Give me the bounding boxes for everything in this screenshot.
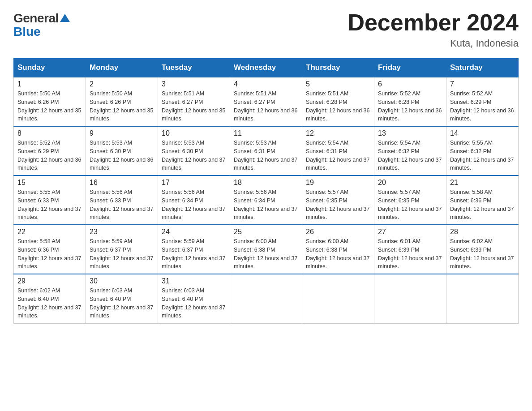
day-number: 13 — [378, 129, 442, 137]
day-info: Sunrise: 6:02 AMSunset: 6:39 PMDaylight:… — [450, 237, 515, 271]
day-info: Sunrise: 5:58 AMSunset: 6:36 PMDaylight:… — [17, 237, 82, 271]
day-number: 26 — [306, 228, 370, 236]
calendar-week-row: 22 Sunrise: 5:58 AMSunset: 6:36 PMDaylig… — [14, 225, 519, 274]
calendar-cell: 19 Sunrise: 5:57 AMSunset: 6:35 PMDaylig… — [302, 176, 374, 225]
svg-marker-0 — [60, 14, 70, 22]
calendar-cell: 17 Sunrise: 5:56 AMSunset: 6:34 PMDaylig… — [158, 176, 230, 225]
calendar-cell: 7 Sunrise: 5:52 AMSunset: 6:29 PMDayligh… — [446, 77, 519, 126]
calendar-cell — [230, 274, 302, 323]
calendar-header-row: SundayMondayTuesdayWednesdayThursdayFrid… — [14, 59, 519, 77]
day-info: Sunrise: 5:59 AMSunset: 6:37 PMDaylight:… — [162, 237, 226, 271]
day-number: 7 — [450, 80, 515, 88]
day-info: Sunrise: 5:53 AMSunset: 6:31 PMDaylight:… — [234, 139, 298, 172]
calendar-cell: 15 Sunrise: 5:55 AMSunset: 6:33 PMDaylig… — [14, 176, 86, 225]
calendar-cell: 14 Sunrise: 5:55 AMSunset: 6:32 PMDaylig… — [446, 126, 519, 176]
day-info: Sunrise: 5:50 AMSunset: 6:26 PMDaylight:… — [17, 90, 82, 123]
day-number: 5 — [306, 80, 370, 88]
column-header-monday: Monday — [86, 59, 158, 77]
calendar-week-row: 1 Sunrise: 5:50 AMSunset: 6:26 PMDayligh… — [14, 77, 519, 126]
day-info: Sunrise: 5:53 AMSunset: 6:30 PMDaylight:… — [162, 139, 226, 172]
day-info: Sunrise: 6:00 AMSunset: 6:38 PMDaylight:… — [306, 237, 370, 271]
title-block: December 2024 Kuta, Indonesia — [348, 9, 519, 49]
day-info: Sunrise: 5:56 AMSunset: 6:34 PMDaylight:… — [162, 188, 226, 222]
day-info: Sunrise: 5:53 AMSunset: 6:30 PMDaylight:… — [90, 139, 154, 172]
day-number: 20 — [378, 179, 442, 187]
calendar-cell — [374, 274, 446, 323]
day-number: 12 — [306, 129, 370, 137]
day-number: 14 — [450, 129, 515, 137]
day-info: Sunrise: 5:57 AMSunset: 6:35 PMDaylight:… — [378, 188, 442, 222]
calendar-cell: 23 Sunrise: 5:59 AMSunset: 6:37 PMDaylig… — [86, 225, 158, 274]
calendar-cell — [446, 274, 519, 323]
logo-arrow-icon — [60, 14, 70, 24]
calendar-table: SundayMondayTuesdayWednesdayThursdayFrid… — [13, 58, 519, 324]
day-number: 8 — [17, 129, 82, 137]
calendar-cell: 18 Sunrise: 5:56 AMSunset: 6:34 PMDaylig… — [230, 176, 302, 225]
day-number: 25 — [234, 228, 298, 236]
day-info: Sunrise: 6:03 AMSunset: 6:40 PMDaylight:… — [90, 287, 154, 320]
column-header-thursday: Thursday — [302, 59, 374, 77]
day-info: Sunrise: 5:56 AMSunset: 6:33 PMDaylight:… — [90, 188, 154, 222]
column-header-tuesday: Tuesday — [158, 59, 230, 77]
day-number: 21 — [450, 179, 515, 187]
logo: General Blue — [13, 9, 70, 39]
logo-general-text: General — [13, 11, 59, 26]
calendar-cell: 25 Sunrise: 6:00 AMSunset: 6:38 PMDaylig… — [230, 225, 302, 274]
day-number: 30 — [90, 277, 154, 285]
day-number: 24 — [162, 228, 226, 236]
page-header: General Blue December 2024 Kuta, Indones… — [13, 9, 519, 49]
day-info: Sunrise: 5:57 AMSunset: 6:35 PMDaylight:… — [306, 188, 370, 222]
day-info: Sunrise: 5:52 AMSunset: 6:29 PMDaylight:… — [17, 139, 82, 172]
calendar-week-row: 8 Sunrise: 5:52 AMSunset: 6:29 PMDayligh… — [14, 126, 519, 176]
calendar-cell: 29 Sunrise: 6:02 AMSunset: 6:40 PMDaylig… — [14, 274, 86, 323]
day-info: Sunrise: 5:59 AMSunset: 6:37 PMDaylight:… — [90, 237, 154, 271]
calendar-body: 1 Sunrise: 5:50 AMSunset: 6:26 PMDayligh… — [14, 77, 519, 323]
calendar-cell: 2 Sunrise: 5:50 AMSunset: 6:26 PMDayligh… — [86, 77, 158, 126]
column-header-friday: Friday — [374, 59, 446, 77]
day-number: 4 — [234, 80, 298, 88]
calendar-cell: 31 Sunrise: 6:03 AMSunset: 6:40 PMDaylig… — [158, 274, 230, 323]
day-number: 2 — [90, 80, 154, 88]
day-info: Sunrise: 6:03 AMSunset: 6:40 PMDaylight:… — [162, 287, 226, 320]
day-info: Sunrise: 6:01 AMSunset: 6:39 PMDaylight:… — [378, 237, 442, 271]
day-info: Sunrise: 5:52 AMSunset: 6:28 PMDaylight:… — [378, 90, 442, 123]
column-header-wednesday: Wednesday — [230, 59, 302, 77]
calendar-cell: 4 Sunrise: 5:51 AMSunset: 6:27 PMDayligh… — [230, 77, 302, 126]
day-number: 22 — [17, 228, 82, 236]
column-header-sunday: Sunday — [14, 59, 86, 77]
calendar-cell: 20 Sunrise: 5:57 AMSunset: 6:35 PMDaylig… — [374, 176, 446, 225]
day-number: 10 — [162, 129, 226, 137]
location-subtitle: Kuta, Indonesia — [348, 38, 519, 49]
calendar-cell: 9 Sunrise: 5:53 AMSunset: 6:30 PMDayligh… — [86, 126, 158, 176]
calendar-cell: 3 Sunrise: 5:51 AMSunset: 6:27 PMDayligh… — [158, 77, 230, 126]
calendar-cell — [302, 274, 374, 323]
calendar-cell: 27 Sunrise: 6:01 AMSunset: 6:39 PMDaylig… — [374, 225, 446, 274]
column-header-saturday: Saturday — [446, 59, 519, 77]
calendar-cell: 6 Sunrise: 5:52 AMSunset: 6:28 PMDayligh… — [374, 77, 446, 126]
calendar-cell: 13 Sunrise: 5:54 AMSunset: 6:32 PMDaylig… — [374, 126, 446, 176]
calendar-cell: 28 Sunrise: 6:02 AMSunset: 6:39 PMDaylig… — [446, 225, 519, 274]
day-info: Sunrise: 5:55 AMSunset: 6:32 PMDaylight:… — [450, 139, 515, 172]
calendar-cell: 11 Sunrise: 5:53 AMSunset: 6:31 PMDaylig… — [230, 126, 302, 176]
day-info: Sunrise: 5:56 AMSunset: 6:34 PMDaylight:… — [234, 188, 298, 222]
day-number: 3 — [162, 80, 226, 88]
day-number: 18 — [234, 179, 298, 187]
calendar-cell: 8 Sunrise: 5:52 AMSunset: 6:29 PMDayligh… — [14, 126, 86, 176]
calendar-cell: 16 Sunrise: 5:56 AMSunset: 6:33 PMDaylig… — [86, 176, 158, 225]
day-info: Sunrise: 6:00 AMSunset: 6:38 PMDaylight:… — [234, 237, 298, 271]
month-title: December 2024 — [348, 9, 519, 36]
day-info: Sunrise: 5:54 AMSunset: 6:32 PMDaylight:… — [378, 139, 442, 172]
calendar-week-row: 15 Sunrise: 5:55 AMSunset: 6:33 PMDaylig… — [14, 176, 519, 225]
calendar-cell: 22 Sunrise: 5:58 AMSunset: 6:36 PMDaylig… — [14, 225, 86, 274]
calendar-cell: 10 Sunrise: 5:53 AMSunset: 6:30 PMDaylig… — [158, 126, 230, 176]
day-info: Sunrise: 5:52 AMSunset: 6:29 PMDaylight:… — [450, 90, 515, 123]
day-info: Sunrise: 5:58 AMSunset: 6:36 PMDaylight:… — [450, 188, 515, 222]
day-number: 16 — [90, 179, 154, 187]
day-number: 6 — [378, 80, 442, 88]
calendar-cell: 24 Sunrise: 5:59 AMSunset: 6:37 PMDaylig… — [158, 225, 230, 274]
calendar-week-row: 29 Sunrise: 6:02 AMSunset: 6:40 PMDaylig… — [14, 274, 519, 323]
calendar-cell: 1 Sunrise: 5:50 AMSunset: 6:26 PMDayligh… — [14, 77, 86, 126]
day-number: 9 — [90, 129, 154, 137]
calendar-cell: 21 Sunrise: 5:58 AMSunset: 6:36 PMDaylig… — [446, 176, 519, 225]
day-number: 23 — [90, 228, 154, 236]
